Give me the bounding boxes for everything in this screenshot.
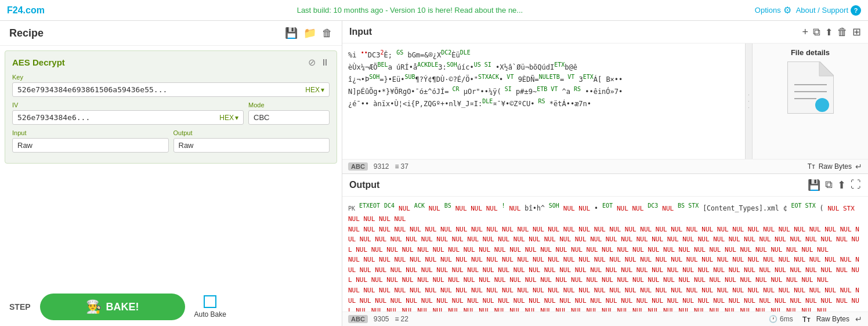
iv-input-wrap: HEX ▾ xyxy=(12,110,244,125)
input-type-wrap: Raw xyxy=(12,138,169,153)
import-button[interactable]: ⬆ xyxy=(825,27,833,38)
bake-row: STEP 👨‍🍳 BAKE! Auto Bake xyxy=(0,288,342,326)
delete-recipe-button[interactable]: 🗑 xyxy=(322,27,332,39)
input-line-3: î¿¬•ÞSOH=}•Eü•SUB¶?Ý¢¶DÙ·©?É/Ö•"STXACK• … xyxy=(348,73,739,85)
options-label: Options xyxy=(755,6,781,15)
iv-label: IV xyxy=(12,102,244,108)
bake-label: BAKE! xyxy=(106,301,139,313)
bake-button[interactable]: 👨‍🍳 BAKE! xyxy=(40,294,185,320)
input-line-info: ≡ 37 xyxy=(395,162,408,171)
svg-marker-1 xyxy=(819,61,834,76)
key-input-wrap: HEX ▾ xyxy=(12,82,330,97)
output-type-value: Raw xyxy=(179,141,325,150)
output-timer: 🕐 6ms xyxy=(769,315,793,323)
auto-bake-label: Auto Bake xyxy=(194,310,226,318)
output-title: Output xyxy=(349,180,808,190)
input-section: Input + ⧉ ⬆ 🗑 ⊞ %i ••DC32Ê; GS bGm=&®¿XD… xyxy=(342,21,868,174)
file-icon xyxy=(787,61,834,114)
logo[interactable]: F24.com xyxy=(7,5,65,16)
input-text-area[interactable]: %i ••DC32Ê; GS bGm=&®¿XDC2ÈüDLE èÙx¼¬ÆÕB… xyxy=(342,44,745,159)
disable-op-button[interactable]: ⊘ xyxy=(308,57,316,68)
auto-bake-wrap: Auto Bake xyxy=(194,295,226,318)
file-details-title: File details xyxy=(791,48,830,57)
new-window-button[interactable]: ⧉ xyxy=(813,26,820,38)
save-button[interactable]: 💾 xyxy=(285,27,298,39)
input-arrow-button[interactable]: ↵ xyxy=(855,162,862,171)
about-support-button[interactable]: About / Support ? xyxy=(796,5,861,16)
key-field-group: Key HEX ▾ xyxy=(12,74,330,97)
input-toolbar: + ⧉ ⬆ 🗑 ⊞ xyxy=(802,26,861,38)
output-type-label: Output xyxy=(173,129,330,136)
recipe-header: Recipe 💾 📁 🗑 xyxy=(0,21,342,46)
key-format-chevron: ▾ xyxy=(321,86,324,94)
help-icon: ? xyxy=(851,5,861,16)
input-type-group: Input Raw xyxy=(12,129,169,153)
input-line-count: 37 xyxy=(401,162,408,171)
input-type-value: Raw xyxy=(17,141,164,150)
right-panel: Input + ⧉ ⬆ 🗑 ⊞ %i ••DC32Ê; GS bGm=&®¿XD… xyxy=(342,21,868,326)
collapse-handle[interactable]: ··· xyxy=(745,44,752,159)
input-line-5: ¿é¯•• ànïx•Ù¦<i{P,ZQGº+•nl¥_J¤I:DLE¤¯¥•©… xyxy=(348,97,739,109)
add-input-button[interactable]: + xyxy=(802,26,808,38)
input-char-count: 9312 xyxy=(374,162,389,171)
open-folder-button[interactable]: 📁 xyxy=(303,27,316,39)
lines-icon: ≡ xyxy=(395,162,399,171)
output-type-wrap: Raw xyxy=(173,138,330,153)
svg-point-5 xyxy=(815,98,829,112)
output-nul-line-3: NUL NUL NUL NUL NUL NUL NUL NUL NUL NUL … xyxy=(348,285,862,311)
file-details-panel: File details xyxy=(752,44,868,159)
key-format-value: HEX xyxy=(305,86,320,94)
output-lines-icon: ≡ xyxy=(395,315,399,323)
recipe-toolbar: 💾 📁 🗑 xyxy=(285,27,332,39)
mode-field-group: Mode CBC xyxy=(248,102,330,125)
iv-format-dropdown[interactable]: HEX ▾ xyxy=(219,114,238,122)
output-nul-line-2: NUL NUL NUL NUL NUL NUL NUL NUL NUL NUL … xyxy=(348,255,862,285)
topbar: F24.com Last build: 10 months ago - Vers… xyxy=(0,0,868,21)
auto-bake-checkbox[interactable] xyxy=(204,295,216,308)
input-title: Input xyxy=(349,27,802,37)
input-footer-right: Тт Raw Bytes ↵ xyxy=(808,162,862,171)
input-line-4: N]pÉûÕg•*}¥ÕRgO•¯ó±^óJÍ= CR µOr"••¼ÿ( SI… xyxy=(348,85,739,97)
output-line-count: 22 xyxy=(401,315,408,323)
output-char-count: 9305 xyxy=(374,315,389,323)
key-format-dropdown[interactable]: HEX ▾ xyxy=(305,86,324,94)
copy-output-button[interactable]: ⧉ xyxy=(825,179,833,191)
input-content: %i ••DC32Ê; GS bGm=&®¿XDC2ÈüDLE èÙx¼¬ÆÕB… xyxy=(342,44,868,159)
iv-input[interactable] xyxy=(17,113,219,122)
key-row: Key HEX ▾ xyxy=(12,74,330,97)
aes-decrypt-card: AES Decrypt ⊘ ⏸ Key HEX ▾ xyxy=(5,50,337,164)
output-type-icon: Тт xyxy=(802,315,811,324)
about-label: About / Support xyxy=(796,6,848,15)
export-output-button[interactable]: ⬆ xyxy=(837,179,846,191)
input-type-display: Тт xyxy=(808,162,815,171)
iv-mode-row: IV HEX ▾ Mode CBC xyxy=(12,102,330,125)
gear-icon: ⚙ xyxy=(783,5,791,16)
delete-input-button[interactable]: 🗑 xyxy=(837,26,848,38)
input-header: Input + ⧉ ⬆ 🗑 ⊞ xyxy=(342,21,868,44)
input-format-badge: ABC xyxy=(348,162,368,171)
mode-label: Mode xyxy=(248,102,330,108)
input-line-2: èÙx¼¬ÆÕBELa úRÍ•åACKDLE3:SOHúíc•US SI •X… xyxy=(348,60,739,73)
op-controls: ⊘ ⏸ xyxy=(308,57,330,68)
mode-value: CBC xyxy=(254,113,269,122)
output-arrow-button[interactable]: ↵ xyxy=(855,314,862,324)
output-nul-line-1: NUL NUL NUL NUL NUL NUL NUL NUL NUL NUL … xyxy=(348,224,862,255)
key-label: Key xyxy=(12,74,330,81)
recipe-panel: Recipe 💾 📁 🗑 AES Decrypt ⊘ ⏸ Key xyxy=(0,21,342,326)
save-output-button[interactable]: 💾 xyxy=(808,179,820,191)
pause-op-button[interactable]: ⏸ xyxy=(320,57,330,68)
input-output-row: Input Raw Output Raw xyxy=(12,129,330,153)
output-footer: ABC 9305 ≡ 22 🕐 6ms Тт Raw Bytes ↵ xyxy=(342,311,868,326)
clock-icon: 🕐 xyxy=(769,315,777,323)
expand-output-button[interactable]: ⛶ xyxy=(851,179,861,191)
output-section: Output 💾 ⧉ ⬆ ⛶ PK ETXEOT DC4 NUL ACK NUL… xyxy=(342,174,868,327)
key-input[interactable] xyxy=(17,85,305,94)
input-line-1: %i ••DC32Ê; GS bGm=&®¿XDC2ÈüDLE xyxy=(348,48,739,60)
options-button[interactable]: Options ⚙ xyxy=(755,5,791,16)
output-content[interactable]: PK ETXEOT DC4 NUL ACK NUL BS NUL NUL NUL… xyxy=(342,197,868,312)
output-format-display: Raw Bytes xyxy=(816,315,849,323)
output-format-badge: ABC xyxy=(348,315,368,323)
iv-field-group: IV HEX ▾ xyxy=(12,102,244,125)
timer-value: 6ms xyxy=(780,315,793,323)
grid-button[interactable]: ⊞ xyxy=(852,26,861,38)
